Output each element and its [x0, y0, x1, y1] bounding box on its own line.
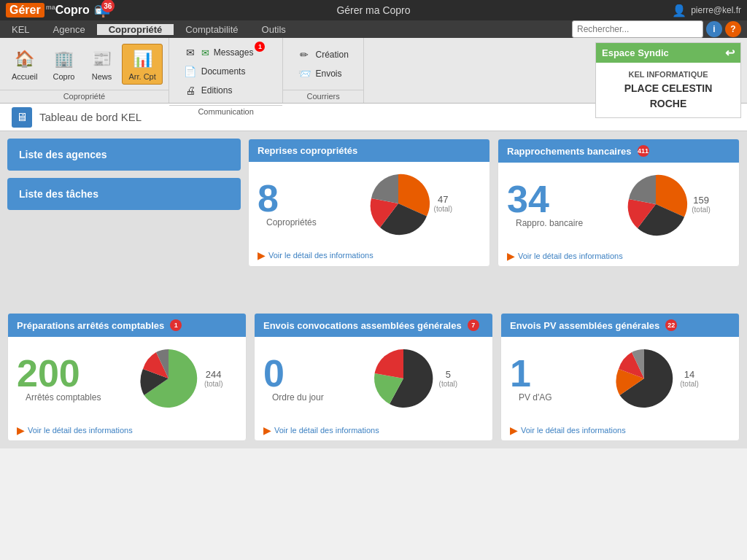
- documents-icon: 📄: [184, 65, 197, 78]
- info-button[interactable]: i: [706, 21, 722, 37]
- envois-conv-chart: 5 (total): [344, 346, 484, 411]
- preparations-card: Préparations arrêtés comptables 1 200 Ar…: [7, 313, 247, 441]
- envois-pv-chart: 14 (total): [580, 346, 730, 411]
- nav-kel[interactable]: KEL: [0, 24, 42, 35]
- reprises-label: Copropriétés: [258, 217, 325, 228]
- user-email: pierre@kel.fr: [691, 5, 741, 15]
- preparations-total: 244 (total): [204, 369, 223, 388]
- ribbon-group-communication: ✉ ✉ Messages 1 📄 Documents 🖨 Editions Co…: [169, 38, 284, 103]
- reprises-total: 47 (total): [434, 194, 453, 213]
- messages-icon: ✉: [184, 46, 197, 59]
- app-logo: Gérer maCopro 📬 36: [6, 2, 110, 18]
- envois-pv-total: 14 (total): [680, 369, 699, 388]
- rapprochements-number: 34: [507, 180, 592, 218]
- envois-conv-body: 0 Ordre du jour 5 (total): [255, 337, 492, 420]
- left-column: Liste des agences Liste des tâches: [7, 139, 241, 306]
- search-input[interactable]: [572, 20, 703, 38]
- creation-icon: ✏: [298, 48, 311, 61]
- rapprochements-total: 159 (total): [692, 195, 711, 214]
- nav-bar: KEL Agence Copropriété Comptabilité Outi…: [0, 20, 747, 38]
- preparations-body: 200 Arrêtés comptables: [8, 337, 246, 420]
- liste-taches-card[interactable]: Liste des tâches: [7, 178, 241, 210]
- ribbon-group-copropriete: 🏠 Accueil 🏢 Copro 📰 News 📊 Arr. Cpt Copr…: [0, 38, 169, 103]
- ribbon-editions[interactable]: 🖨 Editions: [178, 82, 274, 99]
- envois-conv-card: Envois convocations assemblées générales…: [254, 313, 493, 441]
- page-title: Tableau de bord KEL: [39, 111, 142, 123]
- liste-agences-card[interactable]: Liste des agences: [7, 139, 241, 171]
- ribbon-group-courriers: ✏ Création 📨 Envois Courriers: [283, 38, 363, 103]
- espace-company: KEL INFORMATIQUE: [602, 69, 735, 81]
- detail-icon-5: ▶: [510, 424, 518, 436]
- envois-icon: 📨: [298, 67, 311, 80]
- espace-syndic-panel: Espace Syndic ↩ KEL INFORMATIQUE PLACE C…: [595, 42, 741, 118]
- app-title: Gérer ma Copro: [336, 4, 410, 16]
- espace-syndic-header: Espace Syndic ↩: [596, 43, 740, 63]
- rapprochements-detail[interactable]: ▶ Voir le détail des informations: [498, 246, 739, 266]
- envois-conv-label: Ordre du jour: [263, 392, 333, 402]
- ribbon-copro[interactable]: 🏢 Copro: [46, 44, 81, 84]
- envois-conv-detail[interactable]: ▶ Voir le détail des informations: [255, 420, 492, 440]
- reprises-body: 8 Copropriétés 47 (total): [249, 162, 489, 245]
- bottom-row: Préparations arrêtés comptables 1 200 Ar…: [7, 313, 740, 441]
- ribbon-documents[interactable]: 📄 Documents: [178, 63, 274, 80]
- envois-pv-body: 1 PV d'AG 14: [501, 337, 739, 420]
- user-info: 👤 pierre@kel.fr: [672, 4, 741, 18]
- preparations-badge: 1: [170, 319, 182, 331]
- nav-comptabilite[interactable]: Comptabilité: [174, 24, 249, 35]
- rapprochements-header: Rapprochements bancaires 411: [498, 139, 739, 163]
- copro-icon: 🏢: [52, 47, 75, 71]
- reprises-card: Reprises copropriétés 8 Copropriétés: [248, 139, 490, 267]
- reprises-number: 8: [258, 179, 325, 217]
- ribbon-envois[interactable]: 📨 Envois: [292, 65, 354, 82]
- envois-pv-header: Envois PV assemblées générales 22: [501, 314, 739, 337]
- nav-items: KEL Agence Copropriété Comptabilité Outi…: [0, 24, 298, 35]
- main-content: Liste des agences Liste des tâches Repri…: [0, 131, 747, 448]
- envois-conv-number: 0: [263, 354, 333, 392]
- ribbon-group-copropriete-label: Copropriété: [0, 90, 169, 103]
- preparations-header: Préparations arrêtés comptables 1: [8, 314, 246, 337]
- ribbon-group-courriers-label: Courriers: [283, 90, 363, 103]
- ribbon-messages[interactable]: ✉ ✉ Messages 1: [178, 44, 274, 61]
- preparations-number: 200: [17, 354, 109, 392]
- reprises-header: Reprises copropriétés: [249, 139, 489, 162]
- rapprochements-badge: 411: [638, 145, 649, 157]
- espace-syndic-body: KEL INFORMATIQUE PLACE CELESTIN ROCHE: [596, 63, 740, 117]
- detail-icon-3: ▶: [17, 424, 25, 436]
- preparations-chart: 244 (total): [121, 346, 237, 411]
- notification-badge[interactable]: 36: [101, 0, 115, 12]
- nav-copropriete[interactable]: Copropriété: [97, 24, 174, 35]
- accueil-icon: 🏠: [13, 47, 36, 71]
- page-header-icon: 🖥: [12, 107, 32, 128]
- envois-pv-detail[interactable]: ▶ Voir le détail des informations: [501, 420, 739, 440]
- preparations-detail[interactable]: ▶ Voir le détail des informations: [8, 420, 246, 440]
- ribbon-accueil[interactable]: 🏠 Accueil: [6, 44, 43, 84]
- help-button[interactable]: ?: [725, 21, 741, 37]
- rapprochements-card: Rapprochements bancaires 411 34 Rappro. …: [498, 139, 740, 267]
- nav-outils[interactable]: Outils: [250, 24, 298, 35]
- arr-cpt-icon: 📊: [131, 47, 154, 71]
- ribbon-arr-cpt[interactable]: 📊 Arr. Cpt: [122, 44, 162, 85]
- rapprochements-label: Rappro. bancaire: [507, 218, 592, 228]
- espace-place2: ROCHE: [602, 96, 735, 112]
- news-icon: 📰: [90, 47, 113, 71]
- ribbon-creation[interactable]: ✏ Création: [292, 46, 354, 63]
- espace-syndic-close[interactable]: ↩: [725, 46, 735, 60]
- ribbon: 🏠 Accueil 🏢 Copro 📰 News 📊 Arr. Cpt Copr…: [0, 38, 747, 104]
- envois-conv-header: Envois convocations assemblées générales…: [255, 314, 492, 337]
- detail-icon: ▶: [258, 249, 266, 261]
- preparations-label: Arrêtés comptables: [17, 392, 109, 402]
- envois-pv-number: 1: [510, 354, 568, 392]
- rapprochements-body: 34 Rappro. bancaire 159 (total): [498, 163, 739, 246]
- messages-badge: 1: [255, 42, 265, 52]
- ribbon-news[interactable]: 📰 News: [84, 44, 119, 84]
- envois-pv-card: Envois PV assemblées générales 22 1 PV d…: [500, 313, 740, 441]
- detail-icon-4: ▶: [263, 424, 271, 436]
- detail-icon-2: ▶: [507, 250, 515, 262]
- envois-pv-label: PV d'AG: [510, 392, 568, 402]
- reprises-chart: 47 (total): [337, 171, 481, 236]
- top-bar: Gérer maCopro 📬 36 Gérer ma Copro 👤 pier…: [0, 0, 747, 20]
- espace-place1: PLACE CELESTIN: [602, 81, 735, 96]
- reprises-detail[interactable]: ▶ Voir le détail des informations: [249, 245, 489, 265]
- editions-icon: 🖨: [184, 84, 197, 97]
- nav-agence[interactable]: Agence: [42, 24, 97, 35]
